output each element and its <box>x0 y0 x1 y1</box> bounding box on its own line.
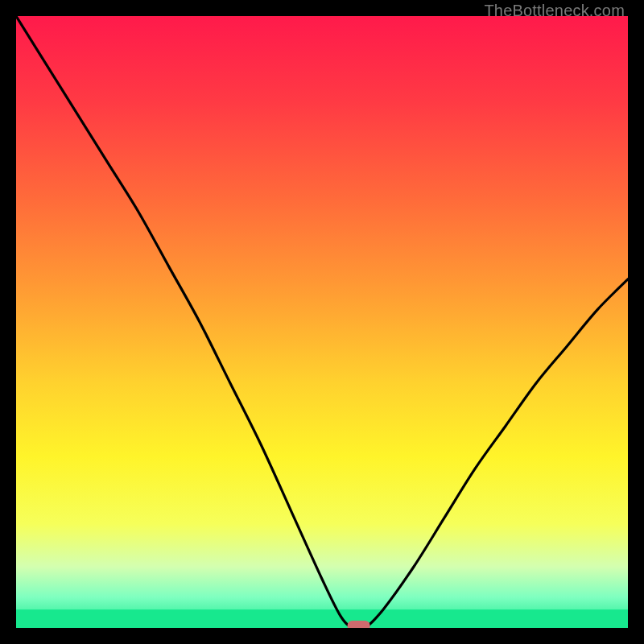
gradient-background <box>16 16 628 628</box>
green-baseline-band <box>16 609 628 628</box>
optimum-marker <box>348 621 370 628</box>
chart-frame <box>16 16 628 628</box>
bottleneck-chart <box>16 16 628 628</box>
watermark-text: TheBottleneck.com <box>484 2 625 20</box>
